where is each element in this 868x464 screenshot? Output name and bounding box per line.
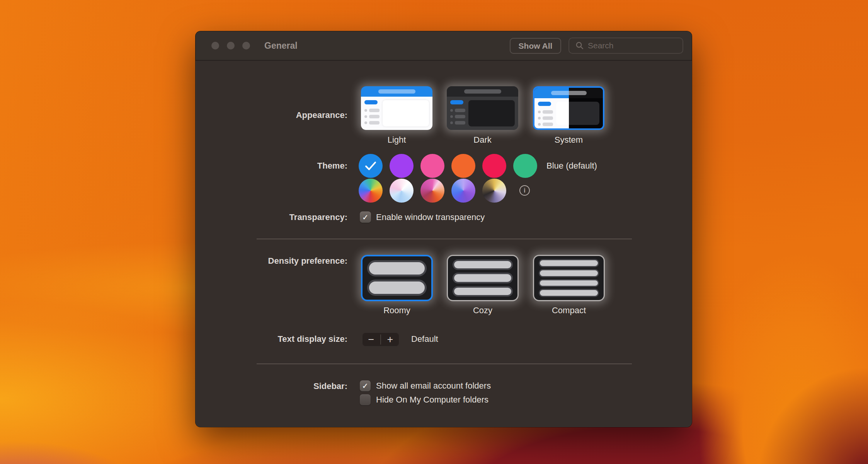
section-divider bbox=[257, 363, 632, 364]
increase-text-size-button[interactable]: + bbox=[381, 333, 399, 346]
appearance-caption-light: Light bbox=[361, 134, 432, 146]
density-row-pill bbox=[367, 260, 427, 276]
minimize-button[interactable] bbox=[227, 42, 235, 49]
title-bar: General Show All bbox=[196, 31, 692, 61]
transparency-label: Transparency: bbox=[196, 212, 347, 223]
preferences-window: General Show All Appearance: bbox=[195, 31, 692, 427]
density-label: Density preference: bbox=[196, 255, 347, 267]
info-icon[interactable]: i bbox=[519, 185, 530, 196]
traffic-lights bbox=[211, 42, 250, 49]
search-icon bbox=[575, 41, 584, 50]
theme-swatch-rainbow[interactable] bbox=[359, 179, 383, 203]
text-size-stepper: − + bbox=[362, 333, 399, 346]
theme-label: Theme: bbox=[196, 160, 347, 172]
density-caption-roomy: Roomy bbox=[361, 305, 433, 316]
density-option-compact[interactable] bbox=[533, 255, 605, 301]
theme-swatch-pink[interactable] bbox=[420, 154, 444, 178]
check-icon bbox=[364, 161, 377, 171]
system-light-half bbox=[534, 88, 569, 128]
density-caption-cozy: Cozy bbox=[447, 305, 519, 316]
density-row-pill bbox=[453, 259, 513, 270]
theme-swatch-blue[interactable] bbox=[359, 154, 383, 178]
density-row-pill bbox=[367, 280, 427, 296]
theme-swatch-gold-dusk[interactable] bbox=[482, 179, 506, 203]
appearance-label: Appearance: bbox=[196, 109, 347, 121]
system-dark-half bbox=[569, 88, 603, 128]
density-row-pill bbox=[539, 279, 599, 287]
search-input[interactable] bbox=[588, 41, 679, 50]
search-field[interactable] bbox=[568, 38, 683, 54]
zoom-button[interactable] bbox=[242, 42, 250, 49]
appearance-option-light[interactable] bbox=[361, 86, 432, 130]
density-row-pill bbox=[539, 269, 599, 277]
show-all-folders-checkbox[interactable]: ✓ bbox=[360, 380, 371, 391]
section-divider bbox=[257, 239, 632, 239]
thumb-body bbox=[361, 97, 432, 130]
theme-swatch-sunset[interactable] bbox=[420, 179, 444, 203]
transparency-checkbox[interactable]: ✓ bbox=[360, 212, 371, 223]
density-option-cozy[interactable] bbox=[447, 255, 519, 301]
density-row-pill bbox=[453, 286, 513, 297]
theme-selected-label: Blue (default) bbox=[546, 160, 597, 172]
page-title: General bbox=[264, 31, 298, 60]
appearance-option-system[interactable] bbox=[533, 86, 604, 130]
theme-swatch-green[interactable] bbox=[513, 154, 537, 178]
appearance-caption-system: System bbox=[533, 134, 604, 146]
density-row-pill bbox=[539, 289, 599, 297]
thumb-body bbox=[447, 97, 518, 130]
thumb-titlebar bbox=[447, 86, 518, 97]
transparency-checkbox-label: Enable window transparency bbox=[376, 212, 485, 223]
theme-swatch-red[interactable] bbox=[482, 154, 506, 178]
text-size-value: Default bbox=[411, 333, 438, 345]
density-option-roomy[interactable] bbox=[361, 255, 433, 301]
hide-on-my-computer-checkbox[interactable]: ✓ bbox=[360, 394, 371, 405]
density-caption-compact: Compact bbox=[533, 305, 605, 316]
appearance-option-dark[interactable] bbox=[447, 86, 518, 130]
show-all-button[interactable]: Show All bbox=[510, 38, 561, 54]
theme-swatch-pastel[interactable] bbox=[390, 179, 414, 203]
appearance-caption-dark: Dark bbox=[447, 134, 518, 146]
theme-swatch-violet[interactable] bbox=[451, 179, 475, 203]
sidebar-label: Sidebar: bbox=[196, 380, 347, 392]
text-size-label: Text display size: bbox=[196, 333, 347, 345]
density-row-pill bbox=[453, 273, 513, 283]
theme-swatch-orange[interactable] bbox=[451, 154, 475, 178]
hide-on-my-computer-label: Hide On My Computer folders bbox=[376, 394, 488, 406]
show-all-folders-label: Show all email account folders bbox=[376, 380, 491, 392]
theme-swatch-purple[interactable] bbox=[390, 154, 414, 178]
close-button[interactable] bbox=[211, 42, 219, 49]
density-row-pill bbox=[539, 259, 599, 267]
thumb-titlebar bbox=[361, 86, 432, 97]
decrease-text-size-button[interactable]: − bbox=[362, 333, 380, 346]
